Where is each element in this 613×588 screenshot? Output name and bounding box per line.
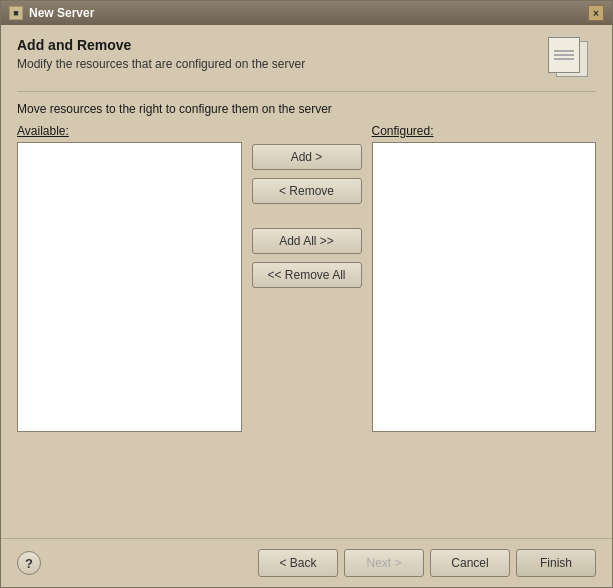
available-label: Available:: [17, 124, 242, 138]
back-button[interactable]: < Back: [258, 549, 338, 577]
middle-buttons: Add > < Remove Add All >> << Remove All: [242, 124, 372, 288]
header-subtitle: Modify the resources that are configured…: [17, 57, 538, 71]
cancel-button[interactable]: Cancel: [430, 549, 510, 577]
title-bar-left: ■ New Server: [9, 6, 94, 20]
footer: ? < Back Next > Cancel Finish: [1, 538, 612, 587]
configured-label: Configured:: [372, 124, 597, 138]
remove-button[interactable]: < Remove: [252, 178, 362, 204]
new-server-window: ■ New Server × Add and Remove Modify the…: [0, 0, 613, 588]
footer-left: ?: [17, 551, 41, 575]
panels-row: Available: Add > < Remove Add All >> << …: [17, 124, 596, 530]
available-list[interactable]: [17, 142, 242, 432]
finish-button[interactable]: Finish: [516, 549, 596, 577]
remove-all-button[interactable]: << Remove All: [252, 262, 362, 288]
next-button[interactable]: Next >: [344, 549, 424, 577]
available-panel: Available:: [17, 124, 242, 432]
header-section: Add and Remove Modify the resources that…: [17, 37, 596, 81]
help-button[interactable]: ?: [17, 551, 41, 575]
window-icon: ■: [9, 6, 23, 20]
title-bar: ■ New Server ×: [1, 1, 612, 25]
header-separator: [17, 91, 596, 92]
header-title: Add and Remove: [17, 37, 538, 53]
add-button[interactable]: Add >: [252, 144, 362, 170]
close-button[interactable]: ×: [588, 5, 604, 21]
header-text: Add and Remove Modify the resources that…: [17, 37, 538, 71]
instruction-text: Move resources to the right to configure…: [17, 102, 596, 116]
add-all-button[interactable]: Add All >>: [252, 228, 362, 254]
footer-buttons: < Back Next > Cancel Finish: [258, 549, 596, 577]
main-content: Add and Remove Modify the resources that…: [1, 25, 612, 530]
configured-panel: Configured:: [372, 124, 597, 432]
configured-list[interactable]: [372, 142, 597, 432]
window-title: New Server: [29, 6, 94, 20]
server-icon: [548, 37, 596, 81]
server-icon-front: [548, 37, 580, 73]
